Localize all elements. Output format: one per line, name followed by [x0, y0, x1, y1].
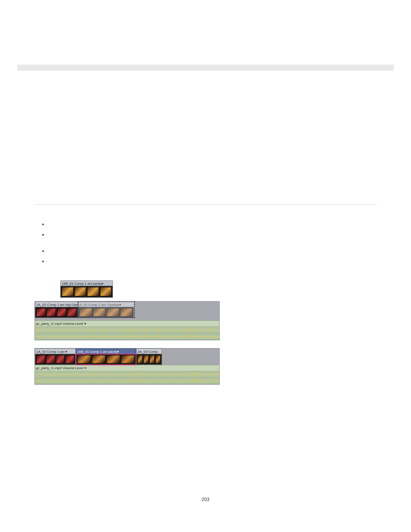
audio-waveform-left — [35, 327, 219, 333]
clip-title: A_03 Comp 1.avi :Opacity▾ — [78, 302, 134, 307]
thumbnail — [57, 308, 66, 317]
thumbnail — [87, 287, 99, 296]
audio-marker — [186, 328, 187, 331]
audio-track[interactable]: gc_party_r1.mp3 Volume:Level ▾ — [35, 365, 219, 384]
audio-marker — [154, 373, 155, 375]
clip-title: 16B_01 Comp 1.avi pacity▾ — [60, 280, 113, 286]
audio-marker — [111, 379, 112, 382]
audio-marker — [158, 335, 159, 337]
dragged-clip[interactable]: 16B_01 Comp 1.avi pacity▾ — [60, 280, 113, 298]
thumbnail — [93, 308, 106, 317]
audio-marker — [191, 328, 192, 331]
timeline-panel-before[interactable]: 1A_02 Comp 1.avi city:Opacity▾A_03 Comp … — [34, 301, 220, 340]
thumbnail — [100, 287, 112, 296]
audio-marker — [170, 373, 171, 375]
audio-markers — [35, 371, 219, 377]
clip-title: 2A_03 Comp — [136, 348, 162, 354]
audio-marker — [192, 379, 193, 382]
thumbnail — [106, 355, 120, 364]
audio-marker — [93, 373, 95, 375]
audio-marker — [191, 335, 192, 337]
audio-marker — [145, 335, 146, 337]
bullet-item — [42, 249, 377, 253]
clip-title: 16B_01 Comp 1.avi pacity▾ — [76, 348, 136, 354]
timeline-panel-after[interactable]: 1A_02 Comp 1.avi ▾16B_01 Comp 1.avi paci… — [34, 348, 220, 385]
clip-title: 1A_02 Comp 1.avi city:Opacity▾ — [35, 302, 78, 307]
audio-marker — [135, 373, 136, 375]
audio-marker — [127, 335, 128, 337]
video-clip[interactable]: 1A_02 Comp 1.avi city:Opacity▾ — [35, 302, 78, 318]
figure-spacer — [34, 340, 377, 348]
thumbnail — [156, 355, 161, 364]
thumbnail — [143, 355, 149, 364]
thumbnail — [62, 287, 74, 296]
audio-marker — [127, 328, 128, 331]
bullet-item — [42, 232, 377, 236]
thumbnail — [65, 355, 75, 364]
video-clip[interactable]: 1A_02 Comp 1.avi ▾ — [35, 348, 76, 365]
audio-clip-title: gc_party_r1.mp3 Volume:Level ▾ — [35, 365, 219, 371]
clip-filmstrip — [35, 354, 76, 365]
thumbnail — [149, 355, 155, 364]
video-track[interactable]: 1A_02 Comp 1.avi ▾16B_01 Comp 1.avi paci… — [35, 348, 219, 365]
video-clip-row: 1A_02 Comp 1.avi ▾16B_01 Comp 1.avi paci… — [35, 348, 219, 365]
audio-waveform-right — [35, 333, 219, 340]
clip-filmstrip — [136, 354, 162, 365]
page-number: 203 — [34, 497, 377, 502]
audio-waveform-left — [35, 371, 219, 378]
header-bar — [17, 65, 394, 71]
audio-marker — [104, 335, 105, 337]
audio-marker — [111, 373, 112, 375]
audio-marker — [93, 328, 95, 331]
audio-marker — [192, 373, 193, 375]
thumbnail — [36, 355, 45, 364]
audio-marker — [141, 379, 142, 382]
video-clip[interactable]: 2A_03 Comp — [136, 348, 162, 365]
page-content: 16B_01 Comp 1.avi pacity▾ ➔ 1A_02 Comp 1… — [34, 71, 377, 502]
audio-marker — [145, 328, 146, 331]
audio-marker — [135, 379, 136, 382]
audio-marker — [196, 379, 197, 382]
thumbnail — [120, 308, 133, 317]
thumbnail — [75, 287, 87, 296]
audio-clip-title: gc_party_r1.mp3 Volume:Level ▾ — [35, 320, 219, 327]
clip-filmstrip — [76, 354, 136, 365]
audio-markers — [35, 378, 219, 384]
video-clip[interactable]: 16B_01 Comp 1.avi pacity▾ — [76, 348, 136, 365]
clip-filmstrip — [60, 286, 113, 298]
audio-marker — [141, 373, 142, 375]
video-clip[interactable]: A_03 Comp 1.avi :Opacity▾ — [78, 302, 134, 318]
audio-marker — [154, 379, 155, 382]
audio-marker — [187, 379, 188, 382]
audio-marker — [213, 373, 215, 375]
audio-markers — [35, 333, 219, 339]
audio-track[interactable]: gc_party_r1.mp3 Volume:Level ▾ — [35, 320, 219, 340]
audio-marker — [170, 379, 171, 382]
thumbnail — [137, 355, 143, 364]
audio-marker — [93, 379, 95, 382]
thumbnail — [36, 308, 46, 317]
bullet-item — [42, 259, 377, 263]
video-track[interactable]: 1A_02 Comp 1.avi city:Opacity▾A_03 Comp … — [35, 302, 219, 318]
audio-marker — [186, 335, 187, 337]
figures: 16B_01 Comp 1.avi pacity▾ ➔ 1A_02 Comp 1… — [34, 280, 377, 385]
clip-filmstrip — [78, 307, 134, 318]
audio-marker — [187, 373, 188, 375]
audio-marker — [195, 335, 196, 337]
video-clip-row: 1A_02 Comp 1.avi city:Opacity▾A_03 Comp … — [35, 302, 219, 318]
audio-marker — [104, 328, 105, 331]
thumbnail — [106, 308, 119, 317]
thumbnail — [46, 355, 55, 364]
audio-marker — [211, 335, 212, 337]
audio-marker — [133, 335, 134, 337]
audio-waveform-right — [35, 378, 219, 384]
audio-marker — [195, 328, 196, 331]
bullet-list — [34, 222, 377, 263]
section-divider — [34, 204, 377, 205]
thumbnail — [79, 308, 92, 317]
bullet-item — [42, 222, 377, 226]
thumbnail — [67, 308, 77, 317]
audio-marker — [133, 328, 134, 331]
audio-marker — [211, 328, 212, 331]
audio-markers — [35, 327, 219, 333]
